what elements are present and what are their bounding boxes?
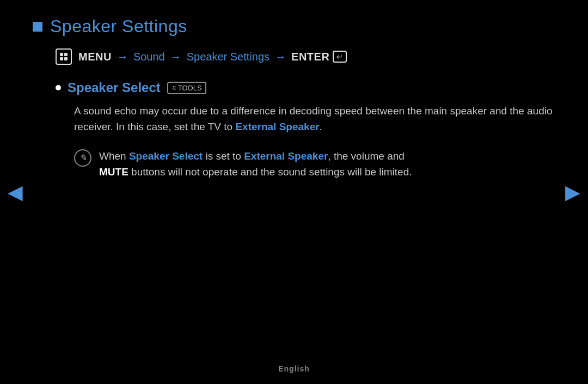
breadcrumb: MENU → Sound → Speaker Settings → ENTER …: [56, 48, 555, 65]
note-text: When Speaker Select is set to External S…: [99, 148, 412, 180]
footer: English: [0, 364, 588, 373]
note-block: ✎ When Speaker Select is set to External…: [74, 148, 555, 180]
desc-highlight1: External Speaker: [235, 121, 319, 132]
page-title: Speaker Settings: [50, 16, 187, 36]
tools-note-icon: ♫: [171, 84, 176, 92]
tools-badge-label: TOOLS: [178, 84, 202, 92]
note-highlight2: External Speaker: [244, 150, 328, 162]
speaker-select-label: Speaker Select: [68, 80, 161, 95]
breadcrumb-arrow-3: →: [275, 51, 286, 63]
note-pen-icon: ✎: [79, 153, 87, 163]
breadcrumb-arrow-1: →: [117, 51, 128, 63]
bullet-dot-icon: [56, 85, 61, 90]
svg-rect-2: [60, 57, 63, 60]
title-square-icon: [33, 22, 42, 32]
tools-badge: ♫ TOOLS: [167, 82, 206, 94]
footer-language: English: [278, 364, 310, 373]
title-row: Speaker Settings: [33, 16, 555, 36]
svg-rect-3: [64, 57, 68, 60]
breadcrumb-sound: Sound: [133, 51, 165, 63]
main-container: Speaker Settings MENU → Sound → Speaker …: [0, 0, 588, 384]
menu-icon: [56, 48, 72, 65]
desc-text-after: .: [320, 121, 322, 132]
nav-arrow-right[interactable]: ▶: [565, 181, 580, 204]
breadcrumb-arrow-2: →: [170, 51, 181, 63]
nav-arrow-left[interactable]: ◀: [8, 181, 23, 204]
note-text-part2: is set to: [203, 150, 244, 162]
note-bold1: MUTE: [99, 166, 128, 178]
note-text-part1: When: [99, 150, 129, 162]
enter-label: ENTER: [291, 51, 329, 63]
svg-rect-0: [60, 53, 63, 56]
note-text-part4: buttons will not operate and the sound s…: [128, 166, 412, 178]
note-highlight1: Speaker Select: [129, 150, 203, 162]
menu-label: MENU: [78, 51, 112, 63]
note-icon-circle: ✎: [74, 149, 91, 167]
breadcrumb-speaker-settings: Speaker Settings: [187, 51, 270, 63]
note-text-part3: , the volume and: [328, 150, 404, 162]
speaker-select-row: Speaker Select ♫ TOOLS: [56, 80, 555, 95]
description-text: A sound echo may occur due to a differen…: [74, 103, 555, 135]
enter-icon: ↵: [333, 51, 347, 63]
svg-rect-1: [64, 53, 68, 56]
